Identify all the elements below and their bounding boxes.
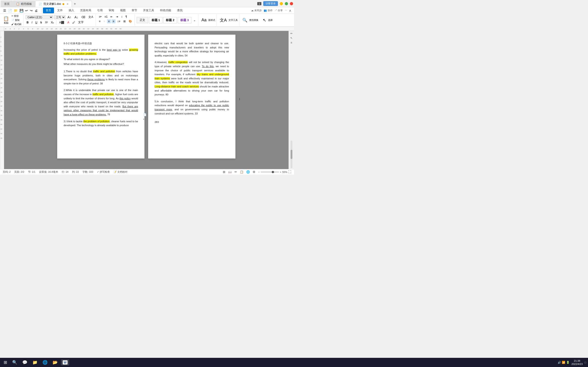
file-btn[interactable]: 📄 [8, 8, 12, 13]
ribbon-tab-review[interactable]: 审阅 [106, 8, 117, 13]
copy-btn[interactable]: 📄 复制 [11, 18, 22, 22]
clear-format-btn[interactable]: ⌫ [80, 15, 86, 19]
bold-btn[interactable]: B [26, 20, 30, 25]
outline-view-btn[interactable]: 📋 [240, 170, 243, 174]
close-button[interactable] [290, 2, 293, 5]
ribbon-tab-home[interactable]: 首页 [43, 8, 54, 13]
ribbon-tab-file[interactable]: 文件 [54, 8, 65, 13]
list-unordered-btn[interactable]: ≡• [98, 15, 103, 19]
more-btn[interactable]: ⋯ [285, 9, 287, 12]
font-size-select[interactable]: 三号 [54, 15, 65, 19]
show-para-btn[interactable]: ¶ [124, 15, 128, 19]
window-number: 1 [257, 2, 261, 5]
sync-status[interactable]: ☁ 未同步 [251, 9, 262, 12]
divider-2 [56, 20, 57, 25]
ribbon-tab-dev[interactable]: 开发工具 [140, 8, 157, 13]
print-btn[interactable]: 🖨 [34, 8, 38, 13]
list-ordered-btn[interactable]: ≡1 [103, 15, 109, 19]
read-view-btn[interactable]: 📖 [228, 170, 232, 174]
menu-btn[interactable]: ☰ [3, 8, 7, 13]
ribbon-tab-chapter[interactable]: 章节 [129, 8, 140, 13]
layout-view-btn[interactable]: ⊞ [223, 170, 225, 174]
format-copy-btn[interactable]: 🖌 格式刷 [11, 23, 22, 26]
open-btn[interactable]: 📁 [13, 8, 18, 13]
settings-view-btn[interactable]: ⚙ [253, 170, 255, 174]
ribbon-tab-insert[interactable]: 插入 [66, 8, 77, 13]
cooperate-btn[interactable]: 👥 协作 [264, 9, 273, 12]
underline-btn[interactable]: U [34, 20, 39, 25]
font-color-bg-btn[interactable]: A⬛ [58, 20, 65, 25]
sort-btn[interactable]: ↕ [120, 15, 124, 19]
align-left-btn[interactable]: ≡ [98, 19, 102, 23]
indent-increase-btn[interactable]: ⇥ [115, 15, 119, 19]
paste-btn[interactable]: 📋 粘贴 [2, 15, 10, 25]
align-right-btn[interactable]: ≡ [107, 19, 111, 23]
ribbon-tab-features[interactable]: 特色功能 [157, 8, 174, 13]
style-normal[interactable]: 正文 [137, 17, 148, 23]
style-heading1[interactable]: 标题 1 [149, 17, 163, 23]
font-grow-btn[interactable]: A↑ [66, 15, 72, 19]
tab-document[interactable]: 📄 范文讲解1.doc ✕ [35, 1, 72, 7]
section-title: 8-3-2 经典考题+环境话题 [64, 42, 138, 46]
cut-btn[interactable]: ✂ 剪切 [11, 14, 22, 18]
scroll-track[interactable] [291, 141, 292, 168]
border-btn[interactable]: ⊞ [122, 19, 127, 23]
minimize-button[interactable] [280, 2, 283, 5]
page-total: 页面: 2/2 [14, 170, 24, 174]
strikethrough-btn[interactable]: S̶ [39, 20, 43, 25]
align-justify-btn[interactable]: ≡ [112, 19, 115, 23]
zoom-slider[interactable] [261, 172, 279, 173]
superscript-btn[interactable]: X² [44, 20, 49, 25]
highlight-btn[interactable]: 🖊 [71, 20, 76, 25]
filter-sidebar-btn[interactable]: ≡ [291, 41, 292, 44]
font-shrink-btn[interactable]: A↓ [73, 15, 79, 19]
ribbon-right-controls: ☁ 未同步 👥 协作 ↗ 分享 ⋯ ∧ [251, 9, 293, 12]
line-spacing-btn[interactable]: ↕≡ [116, 19, 121, 23]
doc-check-btn[interactable]: 📝 文档校对 [113, 170, 128, 174]
style-heading2[interactable]: 标题 2 [163, 17, 177, 23]
new-tab-button[interactable]: + [72, 1, 78, 7]
zoom-out-btn[interactable]: − [258, 171, 259, 173]
svg-text:6: 6 [27, 28, 29, 30]
cursor-sidebar-btn[interactable]: ↖ [290, 36, 293, 40]
maximize-button[interactable] [285, 2, 288, 5]
font-style-btn[interactable]: 文A [87, 15, 94, 19]
svg-text:18: 18 [55, 28, 57, 30]
document-area[interactable]: 8-3-2 经典考题+环境话题 Increasing the price of … [4, 31, 288, 169]
find-replace-btn[interactable]: 🔍 [241, 17, 249, 23]
ribbon-tab-layout[interactable]: 页面布局 [78, 8, 94, 13]
ribbon-tab-find[interactable]: 查找 [174, 8, 185, 13]
select-btn[interactable]: ↖ [262, 17, 267, 23]
styles-expand-btn[interactable]: ⌄ [192, 18, 197, 22]
indent-decrease-btn[interactable]: ⇤ [109, 15, 114, 19]
new-style-btn[interactable]: Aa [200, 17, 208, 23]
expand-btn[interactable]: ∧ [289, 9, 291, 12]
web-view-btn[interactable]: ✏ [234, 170, 237, 174]
tab-close-btn[interactable]: ✕ [67, 3, 69, 5]
phonetic-btn[interactable]: 文字 [77, 20, 85, 25]
zoom-in-btn[interactable]: + [280, 171, 281, 173]
tab-home[interactable]: 首页 [1, 1, 13, 7]
undo-btn[interactable]: ↩ [25, 8, 28, 13]
style-heading3[interactable]: 标题 3 [178, 17, 191, 23]
ribbon-tab-view[interactable]: 视图 [117, 8, 128, 13]
font-name-select[interactable]: Calibri (正文) [26, 15, 53, 19]
font-color-btn[interactable]: A [66, 20, 70, 25]
align-center-btn[interactable]: ≡ [103, 19, 106, 23]
edit-sidebar-btn[interactable]: ✏ [290, 32, 293, 35]
save-btn[interactable]: 💾 [19, 8, 24, 13]
share-btn[interactable]: ↗ 分享 [275, 9, 283, 12]
redo-btn[interactable]: ↪ [29, 8, 33, 13]
subscript-btn[interactable]: X₂ [50, 20, 55, 25]
scroll-thumb[interactable] [291, 150, 292, 159]
fullscreen-btn[interactable]: ⛶ [288, 170, 291, 174]
italic-btn[interactable]: I [30, 20, 33, 25]
spell-check-btn[interactable]: ✓ 拼写检查 [97, 170, 110, 174]
login-button[interactable]: 访客登录 [263, 1, 278, 6]
focus-view-btn[interactable]: 🌐 [246, 170, 250, 174]
para-color-btn[interactable]: 🎨 [128, 19, 133, 23]
tab-template[interactable]: 📋 稻壳模板 [13, 1, 35, 7]
text-tools-group: 文A 文字工具 [217, 14, 239, 26]
ribbon-tab-ref[interactable]: 引用 [95, 8, 105, 13]
text-tool-btn[interactable]: 文A [219, 17, 228, 23]
